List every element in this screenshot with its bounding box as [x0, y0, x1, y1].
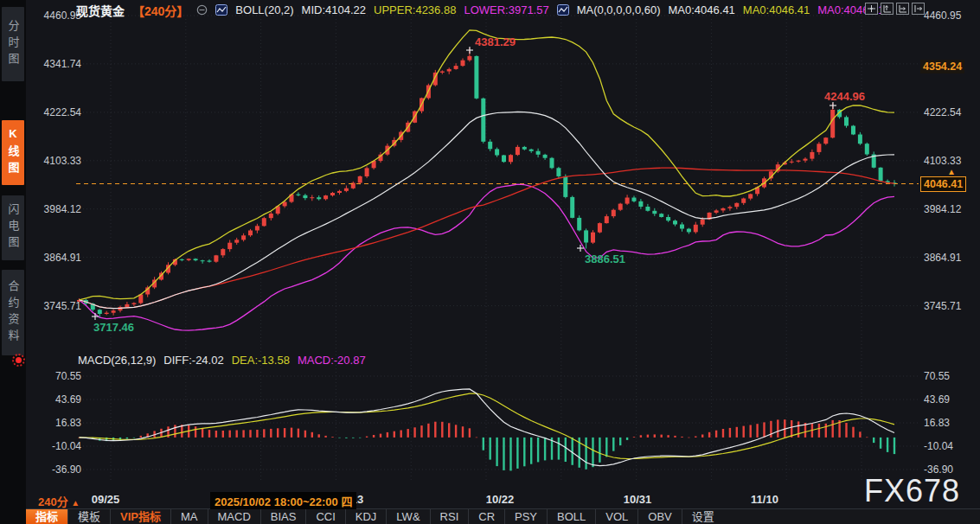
- price-tick-right: 4460.95: [924, 9, 977, 22]
- price-annotation: 4244.96: [824, 90, 865, 103]
- price-tick-left: 3984.12: [29, 202, 81, 216]
- toolbar-item-KDJ[interactable]: KDJ: [345, 509, 387, 524]
- macd-title: MACD(26,12,9): [78, 354, 156, 367]
- x-axis-label: 11/10: [734, 493, 795, 506]
- toolbar-item-BOLL[interactable]: BOLL: [547, 509, 595, 524]
- toolbar-item-MA[interactable]: MA: [170, 509, 208, 524]
- macd-header: MACD(26,12,9) DIFF:-24.02 DEA:-13.58 MAC…: [78, 354, 366, 367]
- macd-tick-left: 70.55: [29, 369, 81, 383]
- sidebar-item-1[interactable]: 分时图: [2, 7, 24, 81]
- toolbar-item-OBV[interactable]: OBV: [637, 509, 681, 524]
- indicator-toolbar: 指标模板VIP指标MAMACDBIASCCIKDJLW&RSICRPSYBOLL…: [26, 509, 980, 524]
- macd-tick-right: 43.69: [924, 393, 977, 406]
- ma0-value-2: MA0:4046.41: [743, 3, 810, 16]
- toolbar-item-CR[interactable]: CR: [468, 509, 504, 524]
- x-axis-label: 09/25: [75, 493, 136, 506]
- sidebar-item-4[interactable]: 合约资料: [2, 270, 24, 355]
- boll-indicator-icon[interactable]: [215, 4, 227, 16]
- current-price-marker: 4046.41: [920, 176, 966, 192]
- price-annotation: 3717.46: [93, 321, 134, 334]
- watermark: FX678: [864, 473, 960, 509]
- toolbar-item-CCI[interactable]: CCI: [305, 509, 344, 524]
- ma0-value-1: MA0:4046.41: [669, 3, 735, 16]
- left-sidebar: 分时图K线图闪电图合约资料: [0, 0, 26, 524]
- toolbar-item-设置[interactable]: 设置: [682, 509, 724, 524]
- macd-tick-left: 16.83: [29, 416, 81, 430]
- current-price-arrow-icon: ▲: [947, 167, 956, 176]
- macd-tick-left: 43.69: [29, 393, 81, 406]
- toolbar-item-RSI[interactable]: RSI: [430, 509, 469, 524]
- x-axis-label: 10/22: [470, 493, 530, 506]
- sidebar-item-3[interactable]: 闪电图: [2, 195, 24, 260]
- toolbar-item-PSY[interactable]: PSY: [504, 509, 547, 524]
- price-tick-left: 3745.71: [29, 299, 81, 313]
- boll-mid-value: MID:4104.22: [302, 3, 366, 16]
- toolbar-item-BIAS[interactable]: BIAS: [260, 509, 306, 524]
- toolbar-item-LW&[interactable]: LW&: [386, 509, 429, 524]
- period-selector-label: 240分: [38, 495, 68, 508]
- session-high-marker: 4354.24: [920, 60, 964, 73]
- macd-dea-value: DEA:-13.58: [232, 354, 290, 367]
- macd-tick-left: -10.04: [29, 439, 81, 453]
- bar-date-tooltip: 2025/10/02 18:00~22:00 四: [210, 492, 356, 510]
- macd-tick-left: -36.90: [29, 463, 81, 476]
- toolbar-item-VOL[interactable]: VOL: [595, 509, 637, 524]
- toolbar-item-模板[interactable]: 模板: [67, 509, 110, 524]
- ma-indicator-icon[interactable]: [557, 4, 569, 16]
- chart-tools: [865, 3, 925, 15]
- macd-tick-right: -10.04: [924, 439, 977, 453]
- price-tick-right: 4103.33: [924, 154, 977, 168]
- price-tick-left: 4460.95: [29, 9, 81, 22]
- price-tick-right: 3864.91: [924, 251, 977, 265]
- period-selector[interactable]: 240分 ▲: [38, 493, 80, 509]
- alert-record-icon[interactable]: [16, 357, 22, 363]
- x-axis-label: 10/31: [607, 493, 668, 506]
- price-tick-left: 4222.54: [29, 105, 81, 119]
- macd-diff-value: DIFF:-24.02: [163, 354, 223, 367]
- price-tick-right: 3745.71: [924, 299, 977, 313]
- compare-icon[interactable]: [196, 4, 208, 16]
- price-tick-right: 4222.54: [924, 105, 977, 119]
- toolbar-item-MACD[interactable]: MACD: [208, 509, 260, 524]
- macd-tick-right: 16.83: [924, 416, 977, 430]
- chart-canvas[interactable]: [0, 0, 980, 524]
- price-annotation: 4381.29: [475, 35, 516, 48]
- boll-lower-value: LOWER:3971.57: [464, 3, 548, 16]
- symbol-name: 现货黄金: [76, 2, 125, 19]
- chevron-up-icon: ▲: [71, 498, 80, 508]
- period-tag: 【240分】: [132, 2, 189, 19]
- pan-right-button[interactable]: [912, 3, 925, 15]
- macd-tick-right: 70.55: [924, 369, 977, 383]
- price-tick-right: 3984.12: [924, 202, 977, 216]
- scale-y-axis-button[interactable]: [881, 3, 894, 15]
- sidebar-item-2[interactable]: K线图: [2, 120, 24, 185]
- macd-tick-right: -36.90: [924, 463, 977, 476]
- toolbar-item-VIP指标[interactable]: VIP指标: [110, 509, 170, 524]
- price-annotation: 3886.51: [585, 252, 625, 265]
- price-tick-left: 3864.91: [29, 251, 81, 265]
- ma-label: MA(0,0,0,0,0,60): [577, 3, 661, 16]
- boll-label: BOLL(20,2): [235, 3, 293, 16]
- scale-x-axis-button[interactable]: [896, 3, 909, 15]
- macd-macd-value: MACD:-20.87: [298, 354, 366, 367]
- price-tick-left: 4341.74: [29, 57, 81, 71]
- chart-header: 现货黄金 【240分】 BOLL(20,2) MID:4104.22 UPPER…: [76, 2, 885, 18]
- price-tick-left: 4103.33: [29, 154, 81, 168]
- move-chart-button[interactable]: [865, 3, 878, 15]
- boll-upper-value: UPPER:4236.88: [374, 3, 456, 16]
- toolbar-item-指标[interactable]: 指标: [26, 509, 67, 524]
